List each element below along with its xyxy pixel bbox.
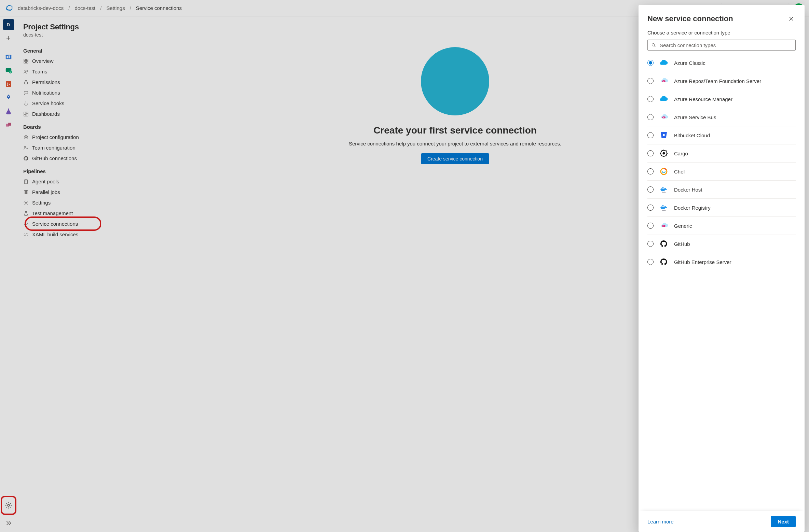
svg-text:docker: docker	[662, 191, 666, 193]
azure-cloud-icon	[659, 94, 669, 104]
connection-type-label: GitHub	[674, 241, 690, 247]
connection-type-label: GitHub Enterprise Server	[674, 259, 731, 265]
radio-button[interactable]	[647, 186, 654, 193]
learn-more-link[interactable]: Learn more	[647, 519, 674, 524]
radio-button[interactable]	[647, 114, 654, 120]
radio-button[interactable]	[647, 223, 654, 229]
svg-point-36	[663, 81, 664, 82]
svg-rect-46	[662, 187, 663, 188]
azure-devops-icon	[659, 221, 669, 230]
connection-type-label: Azure Repos/Team Foundation Server	[674, 78, 761, 84]
radio-button[interactable]	[647, 78, 654, 84]
radio-button[interactable]	[647, 150, 654, 156]
connection-type-option[interactable]: Generic	[647, 217, 796, 235]
connection-type-option[interactable]: dockerDocker Registry	[647, 199, 796, 217]
search-connection-types-input[interactable]	[660, 42, 792, 48]
svg-point-34	[652, 43, 655, 46]
connection-type-option[interactable]: Azure Repos/Team Foundation Server	[647, 72, 796, 90]
search-icon	[651, 43, 656, 48]
connection-type-label: Chef	[674, 169, 685, 174]
radio-button[interactable]	[647, 205, 654, 211]
connection-type-option[interactable]: Azure Classic	[647, 54, 796, 72]
connection-type-option[interactable]: Azure Service Bus	[647, 108, 796, 126]
connection-type-label: Cargo	[674, 151, 688, 156]
new-service-connection-dialog: New service connection Choose a service …	[639, 5, 805, 532]
azure-devops-icon	[659, 112, 669, 122]
bitbucket-icon	[659, 130, 669, 140]
connection-type-list: Azure ClassicAzure Repos/Team Foundation…	[647, 54, 798, 511]
svg-point-41	[663, 152, 665, 155]
docker-icon: docker	[659, 185, 669, 194]
connection-type-option[interactable]: Cargo	[647, 144, 796, 163]
next-button[interactable]: Next	[771, 516, 796, 527]
svg-point-38	[663, 117, 664, 118]
radio-button[interactable]	[647, 132, 654, 138]
search-connection-types[interactable]	[647, 40, 796, 51]
svg-rect-51	[662, 205, 663, 206]
connection-type-label: Bitbucket Cloud	[674, 132, 710, 138]
connection-type-option[interactable]: Chef	[647, 163, 796, 181]
connection-type-option[interactable]: dockerDocker Host	[647, 181, 796, 199]
connection-type-label: Generic	[674, 223, 692, 229]
dialog-close-button[interactable]	[787, 14, 796, 24]
connection-type-option[interactable]: Azure Resource Manager	[647, 90, 796, 108]
github-icon	[659, 239, 669, 249]
connection-type-label: Azure Classic	[674, 60, 705, 66]
connection-type-label: Azure Resource Manager	[674, 96, 732, 102]
radio-button[interactable]	[647, 96, 654, 102]
dialog-title: New service connection	[647, 14, 733, 23]
svg-rect-39	[663, 134, 665, 136]
radio-button[interactable]	[647, 60, 654, 66]
svg-point-54	[663, 226, 664, 227]
connection-type-option[interactable]: Bitbucket Cloud	[647, 126, 796, 144]
dialog-subtitle: Choose a service or connection type	[639, 30, 805, 40]
github-icon	[659, 257, 669, 267]
connection-type-option[interactable]: GitHub Enterprise Server	[647, 253, 796, 271]
radio-button[interactable]	[647, 241, 654, 247]
radio-button[interactable]	[647, 259, 654, 265]
azure-cloud-icon	[659, 58, 669, 68]
chef-icon	[659, 167, 669, 176]
azure-devops-icon	[659, 76, 669, 86]
connection-type-label: Docker Host	[674, 187, 702, 193]
docker-icon: docker	[659, 203, 669, 212]
svg-text:docker: docker	[662, 209, 666, 211]
close-icon	[788, 16, 794, 22]
connection-type-label: Azure Service Bus	[674, 114, 716, 120]
connection-type-label: Docker Registry	[674, 205, 711, 211]
radio-button[interactable]	[647, 168, 654, 174]
cargo-icon	[659, 149, 669, 158]
connection-type-option[interactable]: GitHub	[647, 235, 796, 253]
